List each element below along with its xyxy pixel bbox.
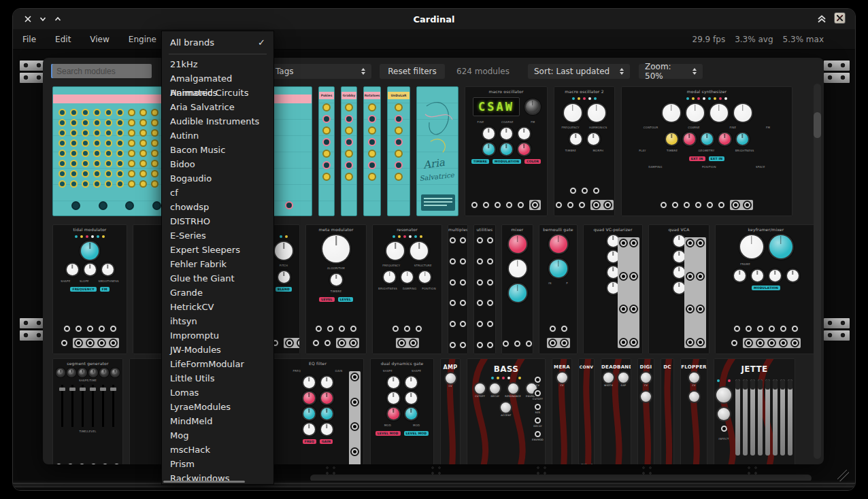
knob-icon	[388, 392, 399, 404]
knob-icon	[303, 377, 315, 388]
brand-menu-item[interactable]: LyraeModules	[162, 400, 273, 414]
port-icon	[450, 342, 456, 348]
brand-menu-item[interactable]: Rackwindows	[162, 471, 273, 485]
brand-menu-item[interactable]: Bidoo	[162, 157, 273, 171]
module-tile-digi[interactable]: DIGICVANALOG	[637, 358, 654, 464]
module-tile-mera[interactable]: MERACVPRE	[552, 358, 572, 464]
brand-menu-item[interactable]: Mog	[162, 428, 273, 443]
module-tile-rotatoes[interactable]: Rotatoes	[363, 86, 381, 216]
brand-menu-item[interactable]: DISTRHO	[162, 214, 273, 228]
module-tile[interactable]: AriaSalvatrice	[416, 86, 458, 216]
port-icon	[535, 417, 541, 424]
menu-file[interactable]: File	[13, 35, 46, 44]
rack-rail	[20, 61, 46, 84]
module-tile-quad-vc-polarizer[interactable]: quad VC-polarizer	[583, 224, 643, 354]
tags-select[interactable]: Tags	[269, 64, 371, 79]
updown-arrows-icon	[361, 68, 365, 75]
module-tile-grabby[interactable]: Grabby	[341, 86, 357, 216]
brand-menu-item[interactable]: chowdsp	[162, 200, 273, 214]
knob-icon	[303, 424, 315, 435]
knob-icon	[588, 133, 599, 145]
param-chip: FREQ	[303, 439, 316, 444]
module-tile-bernoulli-gate[interactable]: bernoulli gateINP	[539, 224, 578, 354]
port-icon	[734, 326, 740, 332]
menu-scrollbar[interactable]	[163, 481, 245, 483]
brand-menu-item[interactable]: Glue the Giant	[162, 271, 273, 286]
knob-icon	[388, 408, 399, 419]
port-icon	[460, 321, 466, 327]
port-icon	[567, 202, 573, 208]
cardinal-app-icon[interactable]	[834, 12, 846, 24]
brand-menu-item[interactable]: Fehler Fabrik	[162, 257, 273, 271]
module-tile-keyframer-mixer[interactable]: keyframer/mixerFRAMEMODULATION	[715, 224, 817, 354]
brand-menu-item[interactable]: Animated Circuits	[162, 86, 273, 100]
module-tile-dc[interactable]: DCIN	[661, 358, 674, 464]
brand-menu-item[interactable]: MindMeld	[162, 414, 273, 428]
brand-menu-item[interactable]: Amalgamated Harmonics	[162, 71, 273, 86]
module-tile-multiples[interactable]: multiples	[448, 224, 468, 354]
brand-menu-item-all[interactable]: All brands ✓	[162, 35, 273, 50]
zoom-select[interactable]: Zoom: 50%	[639, 64, 703, 79]
port-icon	[631, 306, 637, 312]
knob-icon	[84, 264, 96, 275]
module-tile-macro-oscillator[interactable]: macro oscillatorCSAWFINECOARSEFMTIMBREMO…	[465, 86, 548, 216]
brand-menu-item[interactable]: Bacon Music	[162, 143, 273, 157]
module-tile-deadband[interactable]: DEADBANDWIDTHGAPCV	[601, 358, 631, 464]
module-tile-macro-oscillator-2[interactable]: macro oscillator 2FREQUENCYHARMONICSTIMB…	[554, 86, 615, 216]
port-icon	[477, 279, 483, 286]
module-tile-utilities[interactable]: utilities	[473, 224, 496, 354]
brand-menu-item[interactable]: ihtsyn	[162, 314, 273, 328]
brand-menu-item[interactable]: 21kHz	[162, 57, 273, 71]
module-tile-segment-generator[interactable]: segment generatorSHAPE/TIMETIME/LEVELGAT…	[52, 358, 123, 464]
brand-menu-item[interactable]: Expert Sleepers	[162, 243, 273, 257]
menu-view[interactable]: View	[80, 35, 118, 44]
menu-edit[interactable]: Edit	[46, 35, 80, 44]
sort-select[interactable]: Sort: Last updated	[528, 64, 630, 79]
module-tile-mixer[interactable]: mixer	[501, 224, 533, 354]
vertical-scrollbar[interactable]	[814, 84, 821, 459]
brand-menu-item[interactable]: Bogaudio	[162, 171, 273, 186]
param-chip: LEVEL	[338, 297, 353, 302]
port-icon	[313, 340, 319, 346]
module-tile-bass[interactable]: BASSCUTOFFDECAYRESONANCEENVMODACCENTCVCU…	[467, 358, 546, 464]
svg-text:Aria: Aria	[422, 156, 446, 171]
module-tile-undular[interactable]: UnDuLaR	[387, 86, 410, 216]
module-tile-pokies[interactable]: Pokies	[318, 86, 335, 216]
brand-menu-item[interactable]: JW-Modules	[162, 343, 273, 357]
module-tile-resonator[interactable]: resonatorFREQUENCYSTRUCTUREBRIGHTNESSDAM…	[372, 224, 442, 354]
module-tile-amp[interactable]: AMPCVIN	[440, 358, 461, 464]
brand-menu-item[interactable]: Audible Instruments	[162, 114, 273, 128]
brand-menu-item[interactable]: Lomas	[162, 385, 273, 400]
brand-menu-item[interactable]: HetrickCV	[162, 300, 273, 314]
window-bottom-edge	[13, 481, 855, 491]
knob-icon	[684, 133, 695, 145]
module-tile-meta-modulator[interactable]: meta modulatorALGORITHMTIMBRELEVELLEVEL	[305, 224, 367, 354]
brand-menu-item[interactable]: Autinn	[162, 128, 273, 143]
brand-menu-item[interactable]: cf	[162, 186, 273, 200]
menu-engine[interactable]: Engine	[119, 35, 166, 44]
port-icon	[769, 326, 775, 332]
brand-menu-item[interactable]: LifeFormModular	[162, 357, 273, 371]
brand-menu-item[interactable]: Aria Salvatrice	[162, 100, 273, 114]
module-tile-jette[interactable]: JETTEINFECT	[714, 358, 795, 464]
knob-icon	[607, 251, 619, 262]
brand-menu-item[interactable]: mscHack	[162, 443, 273, 457]
module-tile-conv[interactable]: CONV+5V0-10V0-10V	[578, 358, 595, 464]
module-tile-modal-synthesizer[interactable]: modal synthesizerCONTOURCOARSEFINEFMPLAY…	[621, 86, 792, 216]
brand-menu-item[interactable]: Prism	[162, 457, 273, 471]
brand-menu-item[interactable]: Grande	[162, 286, 273, 300]
vertical-scrollbar-thumb[interactable]	[814, 112, 821, 138]
brand-menu-item[interactable]: Impromptu	[162, 328, 273, 343]
module-tile-eq-filter[interactable]: EQ filterFREQGAINFREQGAIN	[271, 358, 364, 464]
module-tile-quad-vca[interactable]: quad VCA	[648, 224, 710, 354]
module-tile-flopper[interactable]: FLOPPERCVIN	[680, 358, 707, 464]
brand-menu-item[interactable]: Little Utils	[162, 371, 273, 385]
resize-grip-icon[interactable]	[837, 470, 849, 481]
search-input[interactable]	[51, 64, 152, 78]
module-tile-tidal-modulator[interactable]: tidal modulatorSHAPESLOPESMOOTHNESSFREQU…	[52, 224, 127, 354]
double-chevron-up-icon[interactable]	[816, 13, 827, 24]
reset-filters-button[interactable]: Reset filters	[380, 64, 445, 79]
module-tile-dual-dynamics-gate[interactable]: dual dynamics gateSHAPESHAPEMODMODLEVEL …	[370, 358, 434, 464]
port-icon	[780, 340, 786, 346]
brand-menu-item[interactable]: E-Series	[162, 228, 273, 243]
